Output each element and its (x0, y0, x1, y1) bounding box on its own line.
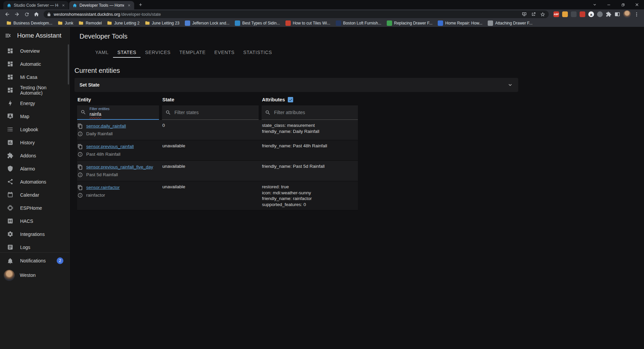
copy-entity-icon[interactable] (77, 164, 83, 170)
sidebar-item-automatic[interactable]: Automatic (0, 57, 69, 70)
close-window-button[interactable] (630, 0, 644, 9)
copy-entity-icon[interactable] (77, 144, 83, 149)
sidebar-item-automations[interactable]: Automations (0, 175, 69, 188)
forward-button[interactable] (12, 10, 21, 19)
bookmark-item[interactable]: Best Types of Sidin... (232, 20, 282, 27)
browser-tab-code-server[interactable]: Studio Code Server — Home Assist (3, 1, 68, 9)
tab-close-icon[interactable] (61, 3, 66, 8)
back-button[interactable] (3, 10, 12, 19)
sidebar-item-esphome[interactable]: ESPHome (0, 201, 69, 214)
browser-tab-developer-tools[interactable]: Developer Tools — Home Assistant (69, 1, 134, 9)
extension-adblock-icon[interactable]: ABP (553, 11, 559, 17)
info-icon[interactable] (77, 172, 83, 178)
filter-states-input[interactable] (174, 110, 255, 115)
entity-id-link[interactable]: sensor.rainfactor (86, 185, 120, 190)
extension-amazon-icon[interactable]: a (588, 11, 594, 17)
filter-attributes-input[interactable] (274, 110, 355, 115)
column-header-state[interactable]: State (162, 97, 259, 102)
tab-close-icon[interactable] (126, 3, 132, 8)
filter-states-field[interactable] (162, 105, 259, 120)
sidebar-item-map[interactable]: Map (0, 110, 69, 123)
info-icon[interactable] (77, 131, 83, 137)
info-icon[interactable] (77, 193, 83, 198)
copy-entity-icon[interactable] (77, 185, 83, 190)
reload-button[interactable] (22, 10, 31, 19)
sidebar-item-logs[interactable]: Logs (0, 241, 69, 254)
search-icon (165, 110, 171, 115)
install-app-icon[interactable] (522, 12, 527, 17)
attributes-checkbox[interactable] (288, 97, 293, 102)
info-icon[interactable] (77, 152, 83, 157)
sidebar-item-energy[interactable]: Energy (0, 97, 69, 110)
column-header-entity[interactable]: Entity (77, 97, 159, 102)
browser-menu-icon[interactable] (634, 12, 639, 17)
sidebar-item-overview[interactable]: Overview (0, 44, 69, 57)
bookmark-item[interactable]: Attaching Drawer F... (485, 20, 535, 27)
sidebar-toggle-icon[interactable] (5, 32, 11, 39)
bookmark-item[interactable]: How to cut Tiles Wi... (283, 20, 333, 27)
address-bar[interactable]: westonshomeassistant.duckdns.org/develop… (44, 10, 549, 18)
entity-row: sensor.rainfactor rainfactor unavailable… (77, 181, 358, 210)
entity-attributes: restored: true icon: mdi:weather-sunny f… (262, 181, 358, 210)
sidebar-item-history[interactable]: History (0, 136, 69, 149)
bookmark-item[interactable]: Home Repair: How... (435, 20, 485, 27)
sidebar-item-integrations[interactable]: Integrations (0, 228, 69, 241)
sidebar-item-mi-casa[interactable]: Mi Casa (0, 70, 69, 84)
sidebar-item-alarmo[interactable]: Alarmo (0, 162, 69, 175)
sidebar-item-addons[interactable]: Addons (0, 149, 69, 162)
bookmark-item[interactable]: Boston Loft Furnish... (333, 20, 384, 27)
copy-entity-icon[interactable] (77, 123, 83, 129)
extension-gray-icon[interactable] (597, 11, 603, 17)
column-header-attributes[interactable]: Attributes (262, 97, 358, 102)
sidebar-item-logbook[interactable]: Logbook (0, 123, 69, 136)
dashboard-icon (7, 48, 13, 54)
sidebar-item-testing[interactable]: Testing (Non Automatic) (0, 84, 69, 97)
tab-search-button[interactable] (588, 0, 602, 9)
sidebar-scrollbar[interactable] (68, 44, 69, 85)
sidebar-item-calendar[interactable]: Calendar (0, 188, 69, 201)
tab-template[interactable]: TEMPLATE (175, 46, 210, 59)
new-tab-button[interactable] (136, 0, 145, 9)
bookmark-item[interactable]: Jefferson Lock and... (182, 20, 232, 27)
browser-profile-avatar[interactable] (623, 10, 631, 18)
extensions-area: ABP a (551, 10, 641, 18)
tab-events[interactable]: EVENTS (210, 46, 239, 59)
secure-lock-icon[interactable] (47, 12, 51, 16)
sidebar-user[interactable]: Weston (0, 268, 69, 283)
sidebar-item-hacs[interactable]: HACS (0, 214, 69, 228)
bookmark-folder[interactable]: Remodel (76, 20, 104, 27)
tab-title: Developer Tools — Home Assistant (79, 3, 124, 8)
text-box-icon (7, 244, 13, 250)
tab-statistics[interactable]: STATISTICS (239, 46, 276, 59)
share-icon[interactable] (531, 12, 536, 17)
side-panel-icon[interactable] (614, 11, 620, 17)
extension-dark-icon[interactable] (571, 11, 577, 17)
tab-yaml[interactable]: YAML (91, 46, 113, 59)
extension-red-icon[interactable] (580, 11, 585, 17)
bookmark-folder[interactable]: Business Developm... (4, 20, 55, 27)
bookmark-star-icon[interactable] (540, 12, 545, 17)
bookmark-folder[interactable]: June Letting 23 (143, 20, 182, 27)
bookmark-folder[interactable]: June Letting 2 (105, 20, 142, 27)
entity-id-link[interactable]: sensor.previous_rainfall_five_day (86, 164, 153, 169)
filter-attributes-field[interactable] (262, 105, 358, 120)
entity-id-link[interactable]: sensor.daily_rainfall (86, 123, 126, 129)
tab-states[interactable]: STATES (113, 46, 141, 59)
set-state-expander[interactable]: Set State (74, 78, 518, 92)
filter-entities-input[interactable]: Filter entities rainfa (77, 105, 159, 120)
bookmark-item[interactable]: Replacing Drawer F... (384, 20, 435, 27)
entity-id-link[interactable]: sensor.previous_rainfall (86, 144, 134, 149)
extensions-puzzle-icon[interactable] (606, 11, 611, 17)
sidebar-notifications[interactable]: Notifications 2 (0, 254, 69, 268)
bookmark-folder[interactable]: Junk (55, 20, 75, 27)
maximize-button[interactable] (616, 0, 630, 9)
minimize-button[interactable] (602, 0, 616, 9)
dashboard-icon (7, 61, 13, 67)
extension-orange-icon[interactable] (562, 11, 568, 17)
notification-badge: 2 (57, 257, 63, 264)
home-button[interactable] (32, 10, 41, 19)
favicon (285, 20, 291, 26)
entity-row: sensor.daily_rainfall Daily Rainfall 0 s… (77, 120, 358, 140)
map-icon (7, 113, 13, 119)
tab-services[interactable]: SERVICES (141, 46, 175, 59)
